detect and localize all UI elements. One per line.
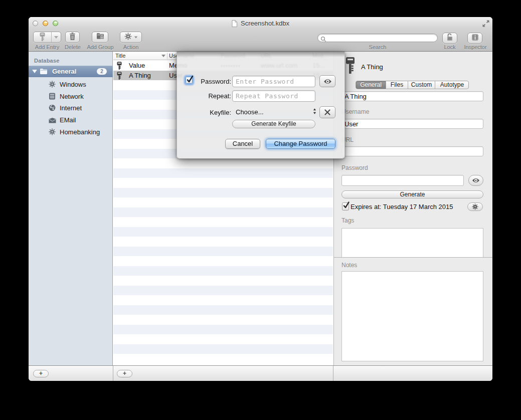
cell-title: A Thing [129,72,151,79]
table-row[interactable] [113,168,333,178]
table-row[interactable] [113,227,333,237]
keyfile-popup[interactable]: Choose... [236,108,264,116]
delete-label: Delete [59,44,87,50]
inspector-button[interactable] [467,33,482,44]
password-field[interactable] [341,175,464,186]
eye-icon [323,79,332,84]
sidebar-item-label: Network [60,93,84,100]
tags-textarea[interactable] [341,228,483,257]
trash-icon [69,33,76,42]
table-row[interactable] [113,295,333,305]
document-icon [232,20,237,29]
add-group-footer-button[interactable]: + [33,370,49,377]
delete-button[interactable] [65,32,80,43]
gear-icon [49,128,56,137]
sheet-keyfile-label: Keyfile: [185,109,231,116]
window-header: Screenshot.kdbx Add Entry Delete [29,17,492,52]
search-input[interactable] [317,34,438,42]
notes-textarea[interactable] [341,271,483,361]
generate-keyfile-button[interactable]: Generate Keyfile [232,120,315,128]
table-row[interactable] [113,217,333,227]
change-password-button[interactable]: Change Password [266,139,335,149]
stepper-arrows-icon[interactable] [313,108,316,117]
sidebar-section-header: Database [34,58,60,64]
table-row[interactable] [113,256,333,266]
table-row[interactable] [113,158,333,168]
expires-options-button[interactable] [467,202,483,211]
sheet-password-label: Password: [185,78,231,85]
table-row[interactable] [113,276,333,286]
table-row[interactable] [113,197,333,207]
key-icon [34,32,51,43]
table-row[interactable] [113,237,333,247]
footer-bar: + + [29,365,492,381]
table-row[interactable] [113,315,333,325]
sidebar-item-windows[interactable]: Windows [29,78,113,90]
cell-title: Value [129,62,145,69]
table-row[interactable] [113,178,333,188]
table-row[interactable] [113,354,333,364]
table-row[interactable] [113,325,333,335]
sidebar-item-internet[interactable]: Internet [29,102,113,114]
inspector-split-divider[interactable] [334,257,492,258]
table-row[interactable] [113,266,333,276]
inspector-tabs: General Files Custom Autotype [356,81,469,89]
add-entry-footer-button[interactable]: + [117,370,132,377]
folder-plus-icon [96,33,104,42]
add-entry-button[interactable] [33,32,61,43]
tab-autotype[interactable]: Autotype [435,81,469,89]
add-entry-label: Add Entry [33,44,61,50]
table-row[interactable] [113,305,333,315]
username-field[interactable] [341,119,483,129]
expires-label: Expires at: Tuesday 17 March 2015 [351,203,453,211]
change-password-sheet: Password: Repeat: Keyfile: Choose... Gen… [177,52,345,159]
globe-icon [49,104,56,113]
envelope-icon [49,116,56,125]
app-window: Screenshot.kdbx Add Entry Delete [29,17,492,381]
sidebar-item-label: Windows [60,81,86,88]
sidebar-group-badge: 2 [97,68,107,75]
window-title: Screenshot.kdbx [241,20,289,27]
fullscreen-icon[interactable] [482,20,489,29]
url-field[interactable] [341,146,483,156]
table-row[interactable] [113,247,333,257]
sidebar-item-homebanking[interactable]: Homebanking [29,126,113,138]
expires-checkbox[interactable] [342,202,349,211]
show-password-button[interactable] [468,175,483,186]
sheet-show-password-button[interactable] [319,75,335,87]
sidebar-group-general[interactable]: General 2 [29,66,113,77]
cancel-button[interactable]: Cancel [225,139,260,149]
sidebar-item-email[interactable]: EMail [29,114,113,126]
sidebar-group-label: General [52,68,76,75]
add-entry-dropdown[interactable] [52,36,61,39]
inspector-entry-title: A Thing [361,63,383,71]
disclosure-triangle-icon[interactable] [32,70,37,73]
search-icon [320,35,326,44]
desktop-background: Screenshot.kdbx Add Entry Delete [0,0,521,420]
clear-keyfile-button[interactable] [319,106,335,118]
table-row[interactable] [113,344,333,354]
gear-icon [472,203,478,210]
sheet-repeat-input[interactable] [232,90,315,102]
folder-icon [40,68,48,77]
sort-descending-icon [161,55,165,57]
lock-button[interactable] [442,33,457,44]
generate-password-button[interactable]: Generate [341,190,483,198]
tab-files[interactable]: Files [386,81,408,89]
tab-general[interactable]: General [356,81,386,89]
action-dropdown-arrow [134,36,137,38]
column-header-title[interactable]: Title [115,53,125,59]
add-group-button[interactable] [92,32,108,43]
table-row[interactable] [113,334,333,344]
password-label: Password [341,164,368,171]
sidebar-item-label: Internet [60,104,82,112]
title-field[interactable] [341,91,483,101]
action-button[interactable] [120,32,142,43]
sidebar-item-network[interactable]: Network [29,90,113,102]
table-row[interactable] [113,286,333,296]
lock-icon [446,33,453,43]
table-row[interactable] [113,188,333,198]
tab-custom[interactable]: Custom [408,81,435,89]
table-row[interactable] [113,207,333,218]
sheet-password-input[interactable] [232,76,315,87]
